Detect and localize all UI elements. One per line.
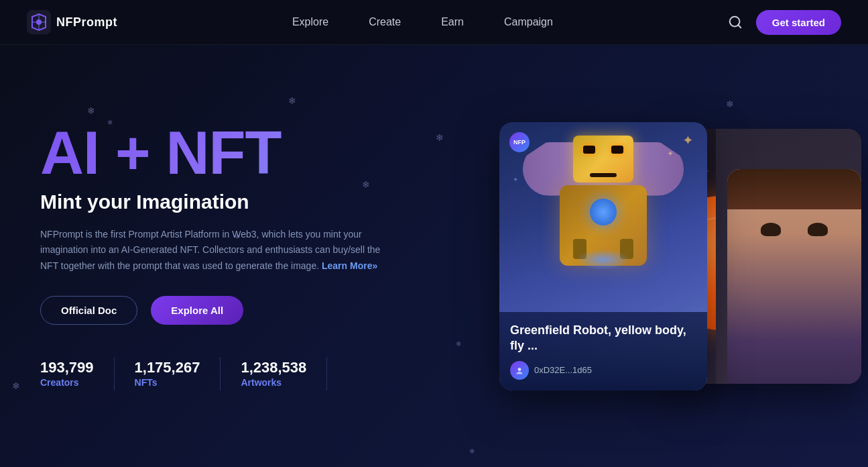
star-2: ● [707, 169, 708, 172]
hero-stats: 193,799 Creators 1,175,267 NFTs 1,238,53… [40, 357, 429, 391]
sparkle-3: ✦ [513, 176, 518, 183]
stat-divider-3 [326, 357, 327, 391]
particle-3: ❄ [288, 95, 296, 106]
svg-point-1 [36, 19, 42, 25]
particle-1: ❄ [87, 105, 95, 116]
svg-point-4 [518, 368, 521, 371]
nav-explore[interactable]: Explore [292, 16, 328, 28]
get-started-button[interactable]: Get started [756, 10, 841, 35]
nft-card-main[interactable]: ✦ ✦ ✦ NFP Greenfield Robot, yellow body,… [499, 122, 707, 391]
particle-4: ❄ [436, 132, 444, 143]
robot-card-background: ✦ ✦ ✦ NFP Greenfield Robot, yellow body,… [499, 122, 707, 391]
nav-earn[interactable]: Earn [441, 16, 464, 28]
person-hair [727, 169, 861, 209]
person-eye-right [761, 223, 781, 236]
person-eye-left [808, 223, 828, 236]
robot-head [573, 136, 633, 183]
stat-creators-label: Creators [40, 377, 79, 388]
nav-create[interactable]: Create [369, 16, 401, 28]
stat-creators-number: 193,799 [40, 359, 94, 376]
search-button[interactable] [728, 15, 743, 30]
stat-creators: 193,799 Creators [40, 359, 114, 388]
stat-artworks-number: 1,238,538 [241, 359, 306, 376]
explore-all-button[interactable]: Explore All [151, 296, 243, 325]
particle-10: ❄ [456, 340, 461, 348]
nav-links: Explore Create Earn Campaign [292, 16, 553, 28]
search-icon [728, 15, 743, 30]
nft-logo-text: NFP [513, 139, 525, 146]
nav-right: Get started [728, 10, 841, 35]
hero-buttons: Official Doc Explore All [40, 296, 429, 325]
hero-description: NFPrompt is the first Prompt Artist Plat… [40, 227, 389, 274]
nft-logo-overlay: NFP [509, 132, 530, 152]
person-container [716, 129, 862, 384]
hero-title: AI + NFT [40, 121, 429, 185]
creator-avatar [510, 361, 529, 380]
stat-nfts-number: 1,175,267 [135, 359, 200, 376]
nft-card-title: Greenfield Robot, yellow body, fly ... [510, 323, 696, 354]
particle-9: ❄ [469, 448, 475, 455]
official-doc-button[interactable]: Official Doc [40, 296, 137, 325]
card-creator: 0xD32E...1d65 [510, 361, 696, 380]
navbar: NFPrompt Explore Create Earn Campaign Ge… [0, 0, 868, 45]
logo[interactable]: NFPrompt [27, 10, 117, 34]
card-info: Greenfield Robot, yellow body, fly ... 0… [499, 312, 707, 391]
sparkle-1: ✦ [682, 132, 694, 148]
stat-nfts-label: NFTs [135, 377, 158, 388]
stat-nfts: 1,175,267 NFTs [115, 359, 221, 388]
stat-artworks-label: Artworks [241, 377, 282, 388]
hero-section: ❄ ❄ ❄ ❄ ❄ ❄ ❄ ❄ ❄ ❄ AI + NFT Mint your I… [0, 45, 868, 467]
creator-address: 0xD32E...1d65 [534, 365, 592, 375]
hero-left: AI + NFT Mint your Imagination NFPrompt … [40, 121, 429, 391]
logo-icon [27, 10, 51, 34]
person-face [727, 169, 861, 384]
creator-avatar-icon [515, 366, 524, 375]
learn-more-link[interactable]: Learn More» [322, 260, 377, 271]
brand-name: NFPrompt [56, 15, 117, 30]
particle-7: ❄ [12, 380, 20, 391]
nav-campaign[interactable]: Campaign [504, 16, 553, 28]
svg-line-3 [738, 25, 741, 28]
stat-artworks: 1,238,538 Artworks [221, 359, 326, 388]
person-bg [716, 129, 862, 384]
hero-subtitle: Mint your Imagination [40, 191, 429, 213]
sparkle-2: ✦ [667, 149, 674, 158]
robot-glow [576, 250, 630, 270]
hero-right: ✦ ✦ ✦ NFP Greenfield Robot, yellow body,… [466, 95, 868, 417]
robot-illustration [543, 136, 664, 310]
